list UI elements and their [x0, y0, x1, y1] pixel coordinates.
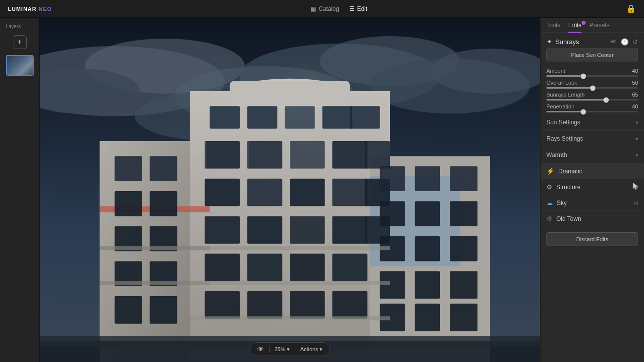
svg-rect-45: [247, 291, 282, 319]
svg-rect-81: [247, 141, 249, 169]
svg-rect-28: [332, 141, 368, 169]
main-layout: Layers +: [0, 18, 644, 362]
overall-look-fill: [546, 87, 592, 89]
svg-rect-49: [150, 156, 177, 181]
reset-icon[interactable]: ↺: [633, 38, 638, 46]
svg-rect-24: [350, 106, 380, 128]
old-town-icon: ⚙: [546, 215, 552, 222]
edit-icon: ☰: [349, 5, 355, 12]
warmth-section[interactable]: Warmth ▾: [540, 147, 644, 163]
right-panel: Tools Edits Presets ✦ Sunrays 👁 🕐 ↺ Pla: [540, 18, 644, 362]
sunrays-length-slider[interactable]: [546, 99, 638, 101]
overall-look-value: 50: [632, 80, 638, 86]
discard-edits-button[interactable]: Discard Edits: [546, 232, 638, 246]
toolbar-divider-2: [295, 346, 295, 353]
warmth-chevron-icon: ▾: [636, 153, 638, 158]
edits-badge: [582, 21, 586, 25]
sunrays-section-header: ✦ Sunrays 👁 🕐 ↺: [540, 33, 644, 49]
sky-item[interactable]: ☁ Sky AI: [540, 195, 644, 210]
add-layer-button[interactable]: +: [13, 35, 27, 49]
catalog-label: Catalog: [319, 5, 339, 12]
svg-rect-56: [115, 296, 143, 324]
app-logo: LUMINAR NEO: [8, 6, 52, 12]
edit-label: Edit: [357, 5, 368, 12]
place-sun-center-button[interactable]: Place Sun Center: [546, 49, 638, 61]
sunrays-icon: ✦: [546, 38, 552, 46]
visibility-icon[interactable]: 👁: [257, 345, 264, 353]
rays-settings-header[interactable]: Rays Settings ▾: [540, 131, 644, 147]
svg-rect-42: [290, 254, 325, 281]
svg-rect-62: [415, 201, 440, 226]
warmth-header[interactable]: Warmth ▾: [540, 147, 644, 163]
layer-thumbnail[interactable]: [6, 55, 34, 76]
amount-slider-fill: [546, 75, 583, 77]
preview-icon[interactable]: 👁: [610, 38, 617, 46]
zoom-chevron-icon: ▾: [287, 346, 290, 353]
layers-label: Layers: [4, 24, 21, 29]
sunrays-length-label: Sunrays Length: [546, 92, 585, 98]
old-town-label: Old Town: [556, 215, 638, 222]
amount-label: Amount: [546, 68, 565, 74]
photo-container: [40, 18, 540, 362]
canvas-area: 👁 25% ▾ Actions ▾: [40, 18, 540, 362]
amount-slider[interactable]: [546, 75, 638, 77]
actions-button[interactable]: Actions ▾: [300, 346, 322, 353]
overall-look-thumb[interactable]: [590, 85, 595, 91]
sun-settings-header[interactable]: Sun Settings ▾: [540, 114, 644, 130]
svg-rect-27: [290, 141, 325, 169]
dramatic-item[interactable]: ⚡ Dramatic: [540, 163, 644, 179]
svg-rect-37: [290, 216, 325, 244]
svg-rect-26: [247, 141, 282, 169]
amount-slider-row: Amount 40: [540, 66, 644, 78]
rays-settings-section[interactable]: Rays Settings ▾: [540, 130, 644, 147]
zoom-value: 25%: [274, 346, 285, 352]
amount-value: 40: [632, 68, 638, 74]
svg-rect-48: [115, 156, 143, 181]
history-icon[interactable]: 🕐: [621, 38, 629, 46]
catalog-nav-item[interactable]: ▦ Catalog: [311, 5, 339, 12]
sky-badge: AI: [634, 201, 638, 206]
dramatic-label: Dramatic: [558, 168, 638, 175]
left-panel: Layers +: [0, 18, 40, 362]
overall-look-label: Overall Look: [546, 80, 577, 86]
warmth-label: Warmth: [546, 152, 567, 158]
topbar-nav: ▦ Catalog ☰ Edit: [311, 5, 367, 12]
panel-tabs: Tools Edits Presets: [540, 18, 644, 33]
dramatic-icon: ⚡: [546, 167, 554, 175]
svg-rect-82: [290, 141, 291, 169]
sun-settings-section[interactable]: Sun Settings ▾: [540, 114, 644, 130]
penetration-thumb[interactable]: [581, 109, 586, 114]
svg-rect-32: [290, 179, 325, 207]
zoom-control[interactable]: 25% ▾: [274, 346, 290, 353]
edit-nav-item[interactable]: ☰ Edit: [349, 5, 368, 12]
lock-icon[interactable]: 🔒: [626, 4, 636, 13]
sun-settings-label: Sun Settings: [546, 119, 580, 126]
rays-settings-label: Rays Settings: [546, 135, 583, 142]
tab-edits[interactable]: Edits: [568, 22, 582, 32]
tab-presets[interactable]: Presets: [590, 22, 610, 32]
sunrays-title: ✦ Sunrays: [546, 38, 579, 46]
rays-settings-chevron-icon: ▾: [636, 136, 638, 142]
svg-rect-41: [247, 254, 282, 281]
app-name-luminar: LUMINAR: [8, 6, 37, 12]
sky-label: Sky: [557, 200, 630, 207]
svg-rect-36: [247, 216, 282, 244]
svg-rect-71: [415, 304, 440, 331]
sunrays-length-thumb[interactable]: [603, 97, 609, 103]
svg-rect-69: [450, 271, 478, 299]
svg-rect-25: [205, 141, 240, 169]
svg-rect-68: [415, 271, 440, 299]
svg-rect-59: [415, 166, 440, 192]
overall-look-slider[interactable]: [546, 87, 638, 89]
penetration-label: Penetration: [546, 103, 574, 109]
svg-rect-50: [115, 191, 143, 216]
old-town-item[interactable]: ⚙ Old Town: [540, 210, 644, 226]
penetration-slider[interactable]: [546, 111, 638, 112]
tab-tools[interactable]: Tools: [546, 22, 560, 32]
svg-rect-61: [380, 201, 405, 226]
building-svg: [40, 18, 540, 362]
svg-rect-57: [150, 296, 177, 324]
structure-item[interactable]: ⚙ Structure AI: [540, 179, 644, 195]
svg-rect-20: [210, 106, 240, 128]
amount-slider-thumb[interactable]: [581, 73, 586, 79]
